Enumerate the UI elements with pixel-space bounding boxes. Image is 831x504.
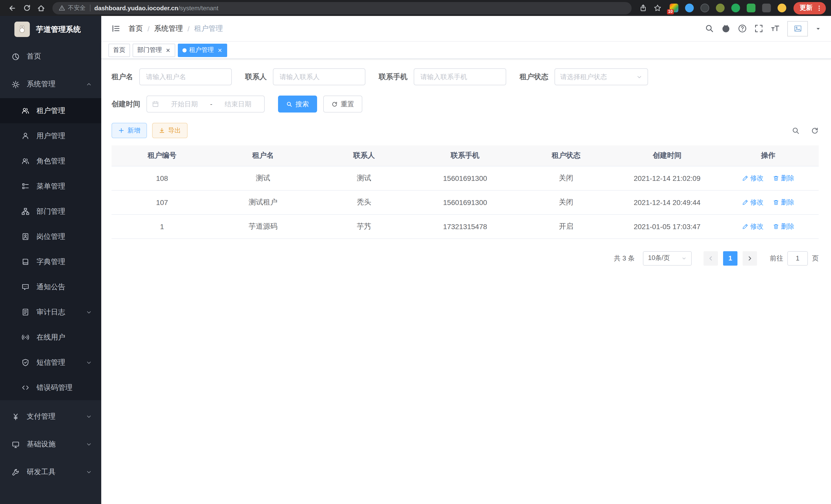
extension-yellow-face-icon[interactable]	[778, 4, 786, 12]
calendar-icon	[152, 101, 159, 108]
tenant-name-input[interactable]	[139, 68, 232, 85]
sidebar-item-dict[interactable]: 字典管理	[0, 249, 101, 274]
sidebar-item-dept[interactable]: 部门管理	[0, 199, 101, 224]
update-label: 更新	[800, 4, 812, 12]
breadcrumb-separator: /	[147, 24, 149, 33]
extension-colorful-icon[interactable]: 10	[670, 4, 678, 12]
refresh-icon[interactable]	[811, 127, 819, 135]
sidebar-collapse-icon[interactable]	[112, 24, 120, 33]
sidebar-item-error-code[interactable]: 错误码管理	[0, 375, 101, 400]
prev-page-button[interactable]	[704, 251, 718, 265]
sidebar-item-tenant[interactable]: 租户管理	[0, 98, 101, 123]
browser-home-button[interactable]	[34, 2, 48, 14]
filter-row-1: 租户名 联系人 联系手机 租户状态 请选择租户状态	[112, 68, 819, 85]
search-icon	[286, 101, 292, 107]
sidebar-item-home[interactable]: 首页	[0, 42, 101, 70]
cell-phone: 17321315478	[414, 214, 515, 238]
bookmark-star-icon[interactable]	[650, 2, 664, 14]
tab-dept[interactable]: 部门管理	[133, 43, 175, 57]
next-page-button[interactable]	[743, 251, 757, 265]
contact-input[interactable]	[273, 68, 365, 85]
delete-link[interactable]: 删除	[773, 222, 794, 231]
sidebar-item-user[interactable]: 用户管理	[0, 123, 101, 148]
tab-tenant[interactable]: 租户管理	[178, 43, 227, 57]
chevron-down-icon	[682, 256, 687, 261]
shield-icon	[22, 359, 29, 366]
sidebar-item-label: 错误码管理	[36, 383, 73, 392]
sidebar-item-infrastructure[interactable]: 基础设施	[0, 431, 101, 458]
caret-down-icon[interactable]	[815, 26, 821, 31]
filter-status: 租户状态 请选择租户状态	[520, 68, 648, 85]
goto-page-input[interactable]	[787, 251, 808, 265]
status-select[interactable]: 请选择租户状态	[554, 68, 648, 85]
filter-phone: 联系手机	[379, 68, 506, 85]
delete-icon	[773, 175, 779, 181]
tab-home[interactable]: 首页	[109, 43, 130, 57]
security-chip[interactable]: 不安全	[59, 4, 86, 12]
cell-tenant-name: 芋道源码	[212, 214, 314, 238]
search-toggle-icon[interactable]	[792, 127, 800, 135]
sidebar-item-label: 短信管理	[36, 358, 65, 367]
browser-back-button[interactable]	[5, 2, 20, 14]
sidebar-item-role[interactable]: 角色管理	[0, 148, 101, 174]
help-icon[interactable]	[738, 24, 747, 33]
share-icon[interactable]	[636, 2, 650, 14]
address-bar[interactable]: 不安全 dashboard.yudao.iocoder.cn/system/te…	[52, 2, 632, 14]
export-button[interactable]: 导出	[152, 123, 188, 138]
breadcrumb-system[interactable]: 系统管理	[154, 24, 183, 33]
col-tenant-name: 租户名	[212, 145, 314, 166]
extension-blue-drop-icon[interactable]	[685, 4, 694, 12]
edit-link[interactable]: 修改	[742, 198, 764, 207]
sidebar-item-menu[interactable]: 菜单管理	[0, 174, 101, 199]
delete-link[interactable]: 删除	[773, 198, 794, 207]
edit-link[interactable]: 修改	[742, 173, 764, 183]
app-logo[interactable]: 芋道管理系统	[0, 16, 101, 42]
avatar[interactable]	[787, 21, 808, 36]
page-size-select[interactable]: 10条/页	[643, 251, 692, 265]
user-icon	[22, 132, 29, 140]
filter-tenant-name: 租户名	[112, 68, 232, 85]
edit-link[interactable]: 修改	[742, 222, 764, 231]
extension-green-circle-icon[interactable]	[731, 4, 740, 12]
breadcrumb-current: 租户管理	[194, 24, 223, 33]
sidebar-item-sms[interactable]: 短信管理	[0, 350, 101, 375]
main-area: 首页 / 系统管理 / 租户管理	[101, 16, 831, 504]
page-number-1[interactable]: 1	[723, 251, 738, 265]
edit-icon	[742, 223, 748, 229]
sidebar-item-label: 系统管理	[27, 80, 56, 89]
search-button[interactable]: 搜索	[278, 95, 317, 113]
add-button[interactable]: 新增	[112, 123, 147, 138]
app-header: 首页 / 系统管理 / 租户管理	[101, 16, 831, 41]
sidebar-item-label: 部门管理	[36, 207, 65, 216]
sidebar-item-payment[interactable]: 支付管理	[0, 403, 101, 431]
extension-green-square-icon[interactable]	[747, 4, 755, 12]
cell-tenant-id: 108	[112, 166, 212, 190]
cell-created: 2021-12-14 20:49:44	[617, 190, 718, 214]
browser-update-button[interactable]: 更新	[794, 2, 826, 14]
sidebar-item-system[interactable]: 系统管理	[0, 70, 101, 98]
cell-tenant-id: 1	[112, 214, 212, 238]
delete-link[interactable]: 删除	[773, 173, 794, 183]
date-range-picker[interactable]: 开始日期 - 结束日期	[146, 95, 265, 113]
kebab-menu-icon[interactable]	[815, 4, 823, 11]
sidebar-item-audit-log[interactable]: 审计日志	[0, 299, 101, 325]
close-icon[interactable]	[218, 48, 223, 53]
breadcrumb-home[interactable]: 首页	[128, 24, 143, 33]
sidebar-item-online-users[interactable]: 在线用户	[0, 325, 101, 350]
search-icon[interactable]	[705, 24, 714, 33]
sidebar-item-notice[interactable]: 通知公告	[0, 274, 101, 299]
github-icon[interactable]	[721, 24, 730, 33]
browser-reload-button[interactable]	[20, 2, 34, 14]
sidebar-item-dev-tools[interactable]: 研发工具	[0, 458, 101, 486]
extension-dark-circle-icon[interactable]	[700, 4, 709, 12]
extension-olive-circle-icon[interactable]	[716, 4, 725, 12]
sidebar-item-post[interactable]: 岗位管理	[0, 224, 101, 249]
reset-button[interactable]: 重置	[323, 95, 362, 113]
delete-icon	[773, 223, 779, 229]
close-icon[interactable]	[166, 48, 171, 53]
font-size-icon[interactable]	[771, 24, 780, 33]
extensions-puzzle-icon[interactable]	[762, 4, 771, 12]
phone-input[interactable]	[414, 68, 506, 85]
tenant-name-label: 租户名	[112, 72, 133, 82]
fullscreen-icon[interactable]	[754, 24, 763, 33]
